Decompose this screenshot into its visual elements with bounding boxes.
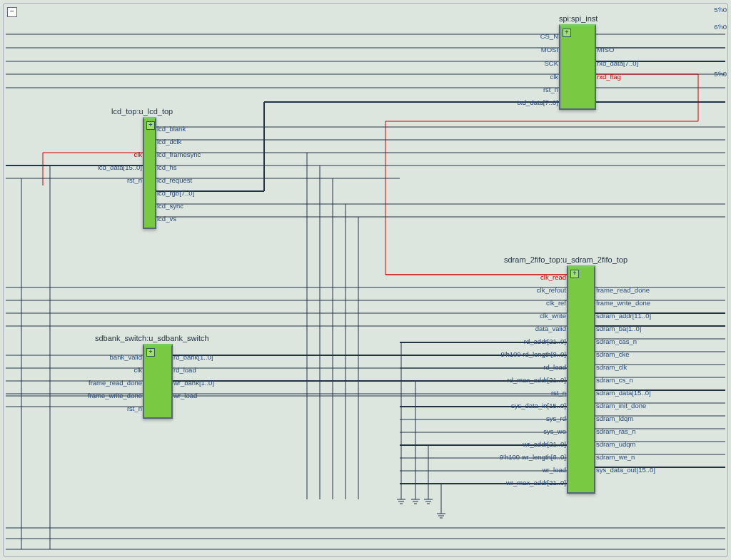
pin-lcd-vs: lcd_vs — [155, 215, 176, 223]
const-1: 5'h0 — [714, 6, 727, 14]
expand-icon[interactable]: + — [570, 270, 579, 278]
pin-rstn: rst_n — [543, 86, 560, 93]
pin-lcd-dclk: lcd_dclk — [155, 138, 181, 146]
pin-o-clk: sdram_clk — [594, 363, 627, 371]
pin-o-ras: sdram_ras_n — [594, 427, 635, 435]
pin-rxdflag: rxd_flag — [595, 73, 621, 81]
expand-icon[interactable]: + — [146, 121, 155, 130]
sdram-title: sdram_2fifo_top:u_sdram_2fifo_top — [504, 255, 627, 264]
pin-o-ldqm: sdram_ldqm — [594, 414, 633, 422]
pin-rdbank: rd_bank[1..0] — [171, 353, 213, 361]
pin-o-addr: sdram_addr[11..0] — [594, 312, 651, 320]
pin-lcd-hs: lcd_hs — [155, 163, 176, 171]
pin-miso: MISO — [595, 46, 614, 54]
pin-lcd-req: lcd_request — [155, 176, 192, 184]
pin-rxddata: rxd_data[7..0] — [595, 59, 638, 67]
spi-block[interactable]: + CS_N MOSI SCK clk rst_n txd_data[7..0]… — [559, 24, 596, 110]
pin-wrbank: wr_bank[1..0] — [171, 379, 214, 387]
sw-title: sdbank_switch:u_sdbank_switch — [95, 334, 209, 342]
pin-clkref: clk_ref — [546, 299, 568, 307]
pin-fwd: frame_write_done — [88, 392, 144, 399]
pin-wrload2: wr_load — [543, 466, 568, 474]
pin-sck: SCK — [544, 59, 560, 67]
pin-wrload: wr_load — [171, 392, 197, 399]
pin-rdmax: rd_max_addr[21..0] — [508, 376, 568, 384]
expand-icon[interactable]: + — [146, 348, 155, 357]
pin-mosi: MOSI — [541, 46, 560, 54]
pin-syswe: sys_we — [543, 427, 568, 435]
pin-sw-rst: rst_n — [127, 404, 144, 412]
pin-o-cas: sdram_cas_n — [594, 337, 637, 345]
pin-o-we: sdram_we_n — [594, 453, 635, 461]
sw-block[interactable]: + bank_valid clk frame_read_done frame_w… — [143, 344, 173, 419]
pin-lcd-rgb: lcd_rgb[7..0] — [155, 189, 194, 197]
lcd-title: lcd_top:u_lcd_top — [111, 107, 173, 116]
pin-o-fwd: frame_write_done — [594, 299, 650, 307]
pin-o-udqm: sdram_udqm — [594, 440, 635, 448]
pin-lcd-sync: lcd_sync — [155, 202, 183, 210]
const-3: 5'h0 — [714, 70, 727, 78]
pin-bank-valid: bank_valid — [110, 353, 144, 361]
pin-wraddr: wr_addr[21..0] — [523, 440, 568, 448]
pin-o-frd: frame_read_done — [594, 286, 650, 294]
schematic-canvas: − — [0, 0, 731, 560]
pin-rstn2: rst_n — [551, 389, 568, 397]
pin-clkwrite: clk_write — [540, 312, 568, 320]
pin-o-init: sdram_init_done — [594, 402, 646, 409]
pin-o-ba: sdram_ba[1..0] — [594, 325, 641, 332]
pin-txd: txd_data[7..0] — [517, 98, 560, 106]
pin-clkrefout: clk_refout — [537, 286, 568, 294]
pin-frd: frame_read_done — [89, 379, 144, 387]
pin-lcd-clk: clk — [133, 151, 144, 158]
pin-o-cs: sdram_cs_n — [594, 376, 633, 384]
pin-clk: clk — [550, 73, 560, 81]
const-2: 6'h0 — [714, 23, 727, 31]
pin-rdload: rd_load — [171, 366, 196, 374]
pin-lcd-rstn: rst_n — [127, 176, 144, 184]
lcd-block[interactable]: + clk lcd_data[15..0] rst_n lcd_blank lc… — [143, 117, 156, 229]
pin-o-cke: sdram_cke — [594, 350, 629, 358]
pin-lcd-data: lcd_data[15..0] — [98, 163, 144, 171]
pin-rdload2: rd_load — [543, 363, 568, 371]
pin-lcd-blank: lcd_blank — [155, 125, 186, 133]
pin-o-sysout: sys_data_out[15..0] — [594, 466, 655, 474]
pin-clkread: clk_read — [540, 273, 568, 281]
collapse-icon[interactable]: − — [7, 7, 17, 17]
pin-rdlen: 9'h100 rd_length[8..0] — [500, 350, 568, 358]
expand-icon[interactable]: + — [563, 29, 571, 37]
pin-datavalid: data_valid — [535, 325, 568, 332]
pin-wrmax: wr_max_addr[21..0] — [506, 479, 568, 487]
pin-wrlen: 9'h100 wr_length[8..0] — [500, 453, 568, 461]
sdram-block[interactable]: + clk_read clk_refout clk_ref clk_write … — [567, 265, 595, 494]
frame — [3, 3, 728, 557]
pin-o-data: sdram_data[15..0] — [594, 389, 651, 397]
pin-sw-clk: clk — [133, 366, 144, 374]
pin-lcd-fs: lcd_framesync — [155, 151, 201, 158]
pin-sysdin: sys_data_in[15..0] — [511, 402, 568, 409]
spi-title: spi:spi_inst — [559, 14, 598, 23]
pin-rdaddr: rd_addr[21..0] — [524, 337, 568, 345]
pin-cs-n: CS_N — [540, 32, 560, 40]
pin-sysrd: sys_rd — [546, 414, 568, 422]
